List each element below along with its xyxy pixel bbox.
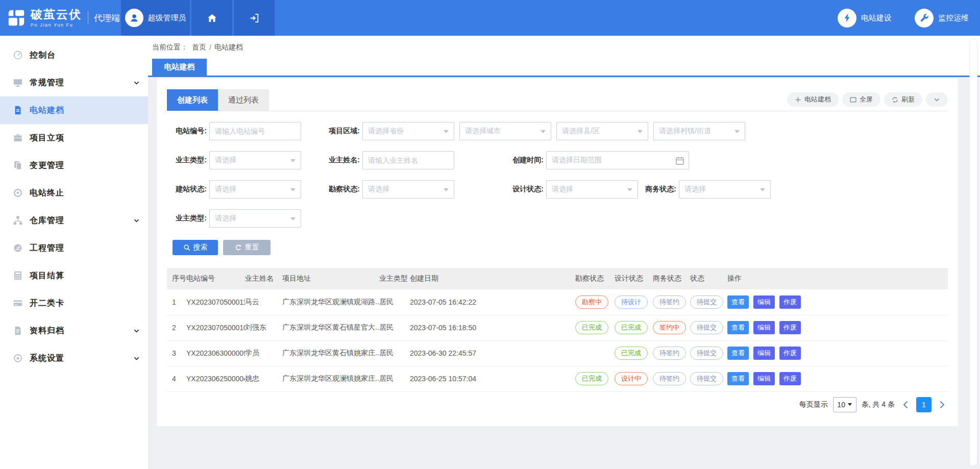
- reset-button[interactable]: 重置: [223, 240, 271, 255]
- breadcrumb-home-link[interactable]: 首页: [192, 43, 206, 52]
- edit-button[interactable]: 编辑: [753, 347, 775, 360]
- plus-icon: [795, 96, 801, 103]
- sidebar-item-data-archive[interactable]: 资料归档: [0, 317, 148, 344]
- sidebar-item-station-archive[interactable]: 电站建档: [0, 96, 148, 124]
- page-size-select[interactable]: 10: [833, 397, 856, 412]
- filter-group: 设计状态:请选择: [507, 180, 638, 199]
- sidebar-item-console[interactable]: 控制台: [0, 41, 148, 69]
- status-badge: 待提交: [690, 347, 723, 360]
- sidebar-item-project-settlement[interactable]: 项目结算: [0, 262, 148, 289]
- cell-status: 待提交: [690, 315, 727, 340]
- status-badge: 待提交: [690, 372, 723, 385]
- select-input[interactable]: 请选择: [362, 180, 454, 199]
- sidebar-item-type2-card[interactable]: 开二类卡: [0, 289, 148, 317]
- date-placeholder: 请选择日期范围: [552, 156, 602, 165]
- filter-label: 业主姓名:: [323, 156, 360, 165]
- void-button[interactable]: 作废: [779, 321, 801, 334]
- panel-tab-bar: 创建列表通过列表 电站建档全屏刷新: [167, 79, 948, 111]
- copy-icon: [13, 160, 23, 170]
- breadcrumb: 当前位置： 首页 / 电站建档: [148, 36, 980, 59]
- cell-owner-name: 姚忠: [245, 366, 282, 391]
- select-input[interactable]: 请选择县/区: [556, 122, 648, 140]
- logout-button[interactable]: [234, 0, 275, 36]
- filter-label: 电站编号:: [170, 127, 207, 136]
- sidebar-item-warehouse-mgmt[interactable]: 仓库管理: [0, 207, 148, 234]
- filters: 电站编号:项目区域:请选择省份请选择城市请选择县/区请选择村镇/街道业主类型:请…: [167, 111, 948, 228]
- next-page-button[interactable]: [937, 399, 948, 410]
- select-input[interactable]: 请选择村镇/街道: [653, 122, 745, 140]
- select-input[interactable]: 请选择: [546, 180, 638, 199]
- button-label: 电站建档: [804, 95, 831, 104]
- create-station-button[interactable]: 电站建档: [787, 92, 839, 107]
- cell-address: 广东深圳龙华区观澜镇姚家庄...: [282, 366, 379, 391]
- caret-down-icon: [541, 130, 546, 133]
- text-input[interactable]: [209, 122, 301, 140]
- cell-design-status: 待设计: [615, 289, 653, 315]
- view-button[interactable]: 查看: [727, 347, 749, 360]
- select-input[interactable]: 请选择: [679, 180, 771, 199]
- target-icon: [13, 188, 23, 198]
- home-button[interactable]: [191, 0, 232, 36]
- quick-nav-station-construction[interactable]: 电站建设: [838, 9, 892, 28]
- table-body: 1YX2023070500011马云广东深圳龙华区观澜镇观湖路...居民2023…: [167, 289, 948, 391]
- filter-group: 勘察状态:请选择: [323, 180, 454, 199]
- sidebar-item-change-mgmt[interactable]: 变更管理: [0, 152, 148, 179]
- view-button[interactable]: 查看: [727, 372, 749, 385]
- text-input[interactable]: [362, 151, 454, 169]
- select-placeholder: 请选择: [215, 156, 236, 165]
- filter-group: 电站编号:: [170, 122, 301, 140]
- search-button[interactable]: 搜索: [173, 240, 218, 255]
- void-button[interactable]: 作废: [779, 372, 801, 385]
- app-header: 破茧云伏 Po Jian Yun Fu 代理端 超级管理员 电站建设监控运维: [0, 0, 980, 36]
- caret-down-icon: [290, 159, 296, 162]
- collapse-button[interactable]: [926, 92, 948, 107]
- tab-passed-list[interactable]: 通过列表: [218, 89, 269, 111]
- page-number-button[interactable]: 1: [916, 397, 932, 412]
- view-button[interactable]: 查看: [727, 295, 749, 309]
- select-input[interactable]: 请选择: [209, 151, 301, 169]
- edit-button[interactable]: 编辑: [753, 295, 775, 309]
- filter-row: 业主类型:请选择: [167, 209, 948, 228]
- user-menu[interactable]: 超级管理员: [121, 0, 190, 36]
- select-input[interactable]: 请选择: [209, 180, 301, 199]
- search-button-label: 搜索: [193, 243, 208, 252]
- tab-create-list[interactable]: 创建列表: [167, 89, 218, 111]
- filter-row: 业主类型:请选择业主姓名:创建时间:请选择日期范围: [167, 151, 948, 169]
- edit-button[interactable]: 编辑: [753, 321, 775, 334]
- select-input[interactable]: 请选择省份: [362, 122, 454, 140]
- sidebar-item-station-termination[interactable]: 电站终止: [0, 179, 148, 207]
- select-placeholder: 请选择: [684, 185, 706, 194]
- cell-design-status: 设计中: [615, 366, 653, 391]
- fullscreen-button[interactable]: 全屏: [842, 92, 880, 107]
- status-badge: 已完成: [615, 347, 648, 360]
- page-scrollbar[interactable]: [969, 39, 977, 466]
- view-button[interactable]: 查看: [727, 321, 749, 334]
- select-input[interactable]: 请选择: [209, 209, 301, 228]
- void-button[interactable]: 作废: [779, 295, 801, 309]
- sidebar-item-system-settings[interactable]: 系统设置: [0, 344, 148, 372]
- table-row: 4YX2023062500004姚忠广东深圳龙华区观澜镇姚家庄...居民2023…: [167, 366, 948, 391]
- refresh-button[interactable]: 刷新: [884, 92, 922, 107]
- void-button[interactable]: 作废: [779, 347, 801, 360]
- sidebar-item-label: 工程管理: [30, 243, 64, 254]
- sidebar-item-project-initiation[interactable]: 项目立项: [0, 124, 148, 152]
- select-input[interactable]: 请选择城市: [459, 122, 551, 140]
- lightning-icon: [838, 9, 856, 28]
- sidebar-item-general-mgmt[interactable]: 常规管理: [0, 69, 148, 96]
- column-header: 状态: [690, 268, 727, 289]
- edit-button[interactable]: 编辑: [753, 372, 775, 385]
- cell-survey-status: 勘察中: [575, 289, 615, 315]
- refresh-icon: [892, 96, 898, 103]
- prev-page-button[interactable]: [900, 399, 911, 410]
- card-icon: [13, 298, 23, 308]
- page-tab-station-archive[interactable]: 电站建档: [152, 59, 207, 76]
- header-quick-nav: 电站建设监控运维: [838, 0, 980, 36]
- date-range-input[interactable]: 请选择日期范围: [546, 151, 689, 169]
- fullscreen-icon: [850, 96, 856, 103]
- quick-nav-monitoring-ops[interactable]: 监控运维: [915, 9, 969, 28]
- chevron-down-icon: [133, 217, 140, 224]
- work-area: 创建列表通过列表 电站建档全屏刷新 电站编号:项目区域:请选择省份请选择城市请选…: [148, 77, 980, 469]
- reset-button-label: 重置: [245, 243, 259, 252]
- sidebar-item-engineering-mgmt[interactable]: 工程管理: [0, 234, 148, 262]
- filter-row: 建站状态:请选择勘察状态:请选择设计状态:请选择商务状态:请选择: [167, 180, 948, 199]
